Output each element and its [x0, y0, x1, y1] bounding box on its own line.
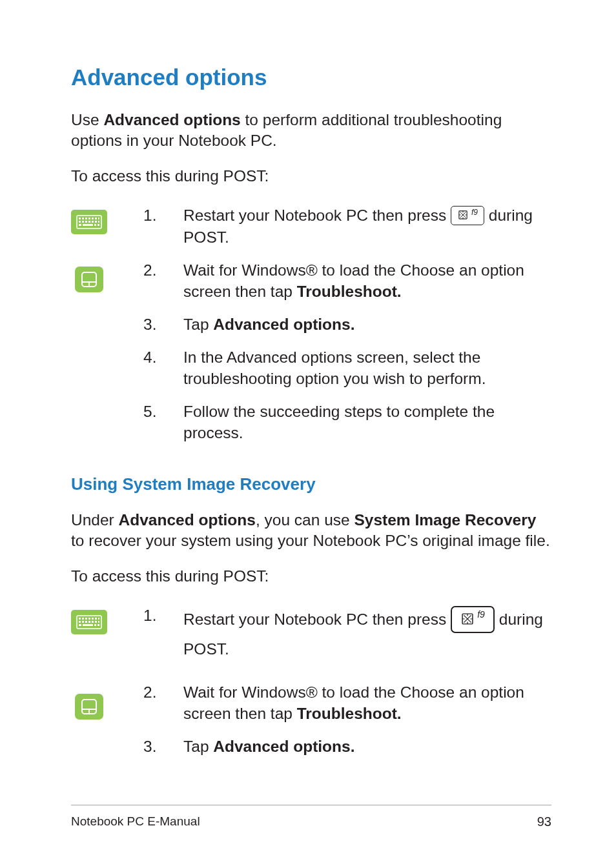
step-num: 2.	[143, 259, 183, 281]
step-num: 4.	[143, 347, 183, 368]
t1a: Restart your Notebook PC then press	[183, 207, 451, 224]
svg-rect-28	[92, 618, 94, 620]
t3a: Tap	[183, 738, 213, 755]
step-b3: 3. Tap Advanced options.	[143, 736, 551, 757]
svg-rect-18	[98, 224, 99, 226]
keyboard-icon	[71, 610, 107, 634]
svg-rect-5	[92, 217, 94, 219]
svg-rect-6	[95, 217, 97, 219]
sir-b1: Advanced options	[119, 511, 256, 529]
svg-rect-4	[88, 217, 90, 219]
step-num: 1.	[143, 605, 183, 626]
intro-pre: Use	[71, 111, 103, 128]
step-a4: 4. In the Advanced options screen, selec…	[143, 347, 551, 389]
sir-paragraph: Under Advanced options, you can use Syst…	[71, 510, 551, 552]
step-a2: 2. Wait for Windows® to load the Choose …	[143, 259, 551, 302]
svg-rect-26	[85, 618, 87, 620]
gutter-icons-a	[71, 205, 116, 292]
access-line-a: To access this during POST:	[71, 166, 551, 187]
step-text: Tap Advanced options.	[183, 314, 551, 335]
page-footer: Notebook PC E-Manual 93	[71, 805, 551, 829]
touchpad-icon	[75, 267, 103, 292]
access-line-b: To access this during POST:	[71, 566, 551, 587]
svg-rect-11	[88, 221, 90, 223]
svg-rect-7	[98, 217, 99, 219]
svg-rect-17	[94, 224, 96, 226]
svg-rect-8	[79, 221, 81, 223]
svg-rect-10	[85, 221, 87, 223]
sir-b2: System Image Recovery	[354, 511, 536, 529]
step-text: Follow the succeeding steps to complete …	[183, 401, 551, 443]
step-text: Restart your Notebook PC then press f9 d…	[183, 205, 551, 248]
svg-rect-35	[92, 621, 94, 623]
svg-rect-40	[94, 624, 96, 626]
svg-rect-2	[82, 217, 84, 219]
svg-rect-31	[79, 621, 81, 623]
svg-rect-16	[83, 224, 93, 226]
step-b2: 2. Wait for Windows® to load the Choose …	[143, 681, 551, 724]
key-label: f9	[471, 207, 478, 217]
step-b1: 1. Restart your Notebook PC then press f…	[143, 605, 551, 663]
intro-paragraph: Use Advanced options to perform addition…	[71, 110, 551, 152]
step-a3: 3. Tap Advanced options.	[143, 314, 551, 335]
svg-rect-30	[98, 618, 99, 620]
section-heading-sir: Using System Image Recovery	[71, 474, 551, 494]
t3b: Advanced options.	[213, 316, 354, 333]
svg-rect-41	[98, 624, 99, 626]
svg-rect-1	[79, 217, 81, 219]
svg-rect-12	[92, 221, 94, 223]
step-num: 3.	[143, 736, 183, 757]
ordered-steps-b: 1. Restart your Notebook PC then press f…	[143, 605, 551, 757]
svg-rect-39	[83, 624, 93, 626]
step-num: 5.	[143, 401, 183, 422]
svg-rect-14	[98, 221, 99, 223]
svg-rect-27	[88, 618, 90, 620]
t2b: Troubleshoot.	[297, 705, 402, 722]
intro-bold: Advanced options	[103, 111, 240, 128]
t3b: Advanced options.	[213, 738, 354, 755]
page-number: 93	[537, 814, 551, 829]
svg-rect-15	[79, 224, 81, 226]
key-label: f9	[477, 607, 485, 623]
svg-rect-29	[95, 618, 97, 620]
step-text: Tap Advanced options.	[183, 736, 551, 757]
step-a5: 5. Follow the succeeding steps to comple…	[143, 401, 551, 443]
step-text: Wait for Windows® to load the Choose an …	[183, 681, 551, 724]
sir-mid: , you can use	[256, 511, 354, 529]
svg-rect-34	[88, 621, 90, 623]
footer-title: Notebook PC E-Manual	[71, 814, 200, 829]
gutter-icons-b	[71, 605, 116, 720]
step-num: 2.	[143, 681, 183, 703]
steps-block-b: 1. Restart your Notebook PC then press f…	[71, 605, 551, 757]
steps-block-a: 1. Restart your Notebook PC then press f…	[71, 205, 551, 443]
svg-rect-25	[82, 618, 84, 620]
f9-key-icon: f9	[451, 206, 484, 225]
svg-rect-9	[82, 221, 84, 223]
step-num: 3.	[143, 314, 183, 335]
svg-rect-13	[95, 221, 97, 223]
svg-rect-24	[79, 618, 81, 620]
step-a1: 1. Restart your Notebook PC then press f…	[143, 205, 551, 248]
t1a: Restart your Notebook PC then press	[183, 611, 451, 628]
svg-rect-37	[98, 621, 99, 623]
f9-key-icon: f9	[451, 606, 495, 633]
t2b: Troubleshoot.	[297, 283, 402, 300]
ordered-steps-a: 1. Restart your Notebook PC then press f…	[143, 205, 551, 443]
touchpad-icon	[75, 694, 103, 720]
page-title: Advanced options	[71, 65, 551, 90]
step-num: 1.	[143, 205, 183, 226]
sir-pre: Under	[71, 511, 119, 529]
step-text: Restart your Notebook PC then press f9 d…	[183, 605, 551, 663]
step-text: In the Advanced options screen, select t…	[183, 347, 551, 389]
svg-rect-36	[95, 621, 97, 623]
step-text: Wait for Windows® to load the Choose an …	[183, 259, 551, 302]
sir-post: to recover your system using your Notebo…	[71, 532, 550, 549]
svg-rect-3	[85, 217, 87, 219]
t3a: Tap	[183, 316, 213, 333]
svg-rect-33	[85, 621, 87, 623]
keyboard-icon	[71, 210, 107, 234]
svg-rect-38	[79, 624, 81, 626]
svg-rect-32	[82, 621, 84, 623]
